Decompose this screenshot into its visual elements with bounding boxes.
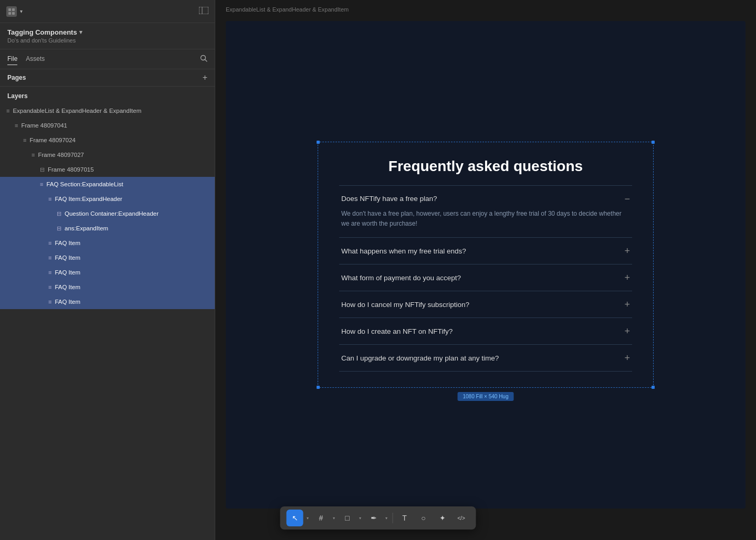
toolbar-code-button[interactable]: </> <box>453 510 470 526</box>
faq-toggle-icon[interactable]: + <box>624 353 630 363</box>
faq-question: Can I upgrade or downgrade my plan at an… <box>341 354 499 362</box>
canvas-frame-label: ExpandableList & ExpandHeader & ExpandIt… <box>226 6 349 13</box>
project-title[interactable]: Tagging Components ▾ <box>7 28 207 36</box>
logo-area[interactable]: ▾ <box>6 6 23 17</box>
faq-item-header: How do I cancel my NFTify subscription?+ <box>341 300 630 309</box>
toolbar-pen-button[interactable]: ✒ <box>365 510 382 526</box>
svg-line-7 <box>205 60 207 62</box>
layer-label: FAQ Item <box>55 299 80 305</box>
chevron-down-icon: ▾ <box>385 516 387 521</box>
toolbar-btn-group: □▾ <box>339 510 363 526</box>
faq-toggle-icon[interactable]: + <box>624 300 630 309</box>
layer-type-icon: ≡ <box>48 269 51 276</box>
layer-item[interactable]: ≡FAQ Section:ExpandableList <box>0 177 215 192</box>
search-button[interactable] <box>200 55 207 63</box>
pages-section: Pages + <box>0 69 215 87</box>
toolbar-rect-button[interactable]: □ <box>339 510 356 526</box>
layer-type-icon: ⊟ <box>40 166 45 173</box>
layer-type-icon: ≡ <box>6 108 9 114</box>
layer-item[interactable]: ⊟ans:ExpandItem <box>0 221 215 236</box>
layer-item[interactable]: ⊟Frame 48097015 <box>0 162 215 177</box>
faq-toggle-icon[interactable]: + <box>624 246 630 256</box>
toolbar-rect-chevron[interactable]: ▾ <box>357 510 363 526</box>
layer-label: Frame 48097015 <box>48 166 94 173</box>
layer-item[interactable]: ≡FAQ Item <box>0 250 215 265</box>
layer-type-icon: ≡ <box>48 240 51 246</box>
faq-item[interactable]: Can I upgrade or downgrade my plan at an… <box>339 344 632 372</box>
size-badge: 1080 Fill × 540 Hug <box>457 392 513 401</box>
tab-file[interactable]: File <box>7 53 17 65</box>
project-info: Tagging Components ▾ Do's and don'ts Gui… <box>0 23 215 49</box>
faq-item-header: Can I upgrade or downgrade my plan at an… <box>341 353 630 363</box>
toolbar-select-chevron[interactable]: ▾ <box>304 510 311 526</box>
layer-type-icon: ≡ <box>48 196 51 202</box>
tab-assets[interactable]: Assets <box>26 53 45 65</box>
faq-item-header: What form of payment do you accept?+ <box>341 273 630 282</box>
layers-label: Layers <box>7 92 28 100</box>
main-canvas: ExpandableList & ExpandHeader & ExpandIt… <box>215 0 756 540</box>
layer-type-icon: ≡ <box>23 137 26 143</box>
toolbar-plugin-button[interactable]: ✦ <box>434 510 451 526</box>
toolbar-text-button[interactable]: T <box>396 510 413 526</box>
sidebar-tabs-left: File Assets <box>7 53 45 65</box>
layer-item[interactable]: ≡Frame 48097027 <box>0 147 215 162</box>
toolbar-pen-chevron[interactable]: ▾ <box>383 510 390 526</box>
layers-tree: ≡ExpandableList & ExpandHeader & ExpandI… <box>0 103 215 540</box>
toolbar-frame-button[interactable]: # <box>313 510 330 526</box>
layer-item[interactable]: ≡Frame 48097041 <box>0 118 215 133</box>
svg-rect-0 <box>8 8 11 11</box>
faq-item-header: Does NFTify have a free plan?− <box>341 194 630 204</box>
layer-label: FAQ Item <box>55 284 80 290</box>
faq-item[interactable]: What form of payment do you accept?+ <box>339 264 632 291</box>
figma-logo-icon <box>6 6 17 17</box>
faq-item-header: How do I create an NFT on NFTify?+ <box>341 326 630 336</box>
toolbar-btn-group: ✦ <box>434 510 451 526</box>
layer-type-icon: ⊟ <box>57 225 61 232</box>
toolbar-btn-group: ↖▾ <box>287 510 311 526</box>
layer-type-icon: ≡ <box>48 255 51 261</box>
layer-type-icon: ≡ <box>40 181 43 187</box>
toggle-sidebar-button[interactable] <box>199 7 208 16</box>
layer-label: FAQ Item <box>55 255 80 261</box>
layer-type-icon: ⊟ <box>57 210 61 217</box>
sidebar-tabs: File Assets <box>0 49 215 69</box>
faq-question: What happens when my free trial ends? <box>341 247 466 255</box>
layer-item[interactable]: ≡FAQ Item <box>0 280 215 294</box>
toolbar-select-button[interactable]: ↖ <box>287 510 303 526</box>
toolbar-comment-button[interactable]: ○ <box>415 510 432 526</box>
layer-item[interactable]: ⊟Question Container:ExpandHeader <box>0 206 215 221</box>
add-page-button[interactable]: + <box>203 73 207 82</box>
toolbar-btn-group: ✒▾ <box>365 510 390 526</box>
selection-handle-br <box>652 386 655 389</box>
layer-item[interactable]: ≡FAQ Item <box>0 294 215 309</box>
faq-item[interactable]: How do I create an NFT on NFTify?+ <box>339 317 632 344</box>
faq-item[interactable]: Does NFTify have a free plan?−We don't h… <box>339 185 632 237</box>
pages-label: Pages <box>7 74 26 81</box>
layer-type-icon: ≡ <box>32 152 35 158</box>
toolbar-divider <box>393 513 393 523</box>
faq-toggle-icon[interactable]: + <box>624 273 630 282</box>
chevron-down-icon: ▾ <box>333 516 335 521</box>
faq-question: What form of payment do you accept? <box>341 274 461 282</box>
sidebar-top-bar: ▾ <box>0 0 215 23</box>
faq-item[interactable]: How do I cancel my NFTify subscription?+ <box>339 291 632 317</box>
layer-item[interactable]: ≡FAQ Item:ExpandHeader <box>0 192 215 206</box>
sidebar: ▾ Tagging Components ▾ Do's and don'ts G… <box>0 0 215 540</box>
layer-item[interactable]: ≡Frame 48097024 <box>0 133 215 147</box>
layer-label: FAQ Section:ExpandableList <box>46 181 123 187</box>
svg-rect-1 <box>12 8 15 11</box>
faq-item[interactable]: What happens when my free trial ends?+ <box>339 237 632 264</box>
faq-question: How do I create an NFT on NFTify? <box>341 327 453 335</box>
logo-chevron-icon: ▾ <box>20 8 23 14</box>
layers-header: Layers <box>0 87 215 103</box>
layer-label: ans:ExpandItem <box>65 225 108 231</box>
layer-item[interactable]: ≡ExpandableList & ExpandHeader & ExpandI… <box>0 103 215 118</box>
toolbar-frame-chevron[interactable]: ▾ <box>331 510 337 526</box>
faq-toggle-icon[interactable]: − <box>624 194 630 204</box>
faq-item-header: What happens when my free trial ends?+ <box>341 246 630 256</box>
layer-type-icon: ≡ <box>48 299 51 305</box>
layer-label: FAQ Item:ExpandHeader <box>55 196 122 202</box>
faq-toggle-icon[interactable]: + <box>624 326 630 336</box>
layer-item[interactable]: ≡FAQ Item <box>0 236 215 250</box>
layer-item[interactable]: ≡FAQ Item <box>0 265 215 280</box>
